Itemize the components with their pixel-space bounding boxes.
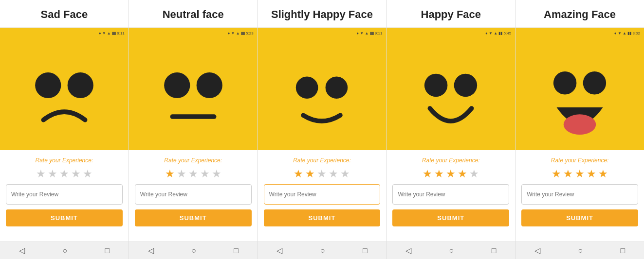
status-icons: ● ▼ ▲ ▮▮ 9:11 bbox=[99, 31, 125, 35]
home-nav-icon[interactable]: ○ bbox=[578, 246, 583, 255]
title-happy: Happy Face bbox=[386, 0, 515, 28]
home-nav-icon[interactable]: ○ bbox=[449, 246, 454, 255]
star-5[interactable]: ★ bbox=[598, 168, 608, 180]
title-slightly-happy: Slightly Happy Face bbox=[258, 0, 386, 28]
stars-sad[interactable]: ★★★★★ bbox=[36, 168, 92, 180]
star-2[interactable]: ★ bbox=[48, 168, 57, 180]
star-3[interactable]: ★ bbox=[317, 168, 327, 180]
star-5[interactable]: ★ bbox=[83, 168, 92, 180]
svg-point-4 bbox=[164, 72, 190, 98]
star-1[interactable]: ★ bbox=[552, 168, 561, 180]
home-nav-icon[interactable]: ○ bbox=[62, 246, 67, 255]
status-bar-happy: ● ▼ ▲ ▮▮ 5:45 bbox=[386, 28, 515, 38]
review-area-amazing: Rate your Experience:★★★★★SUBMIT bbox=[515, 150, 644, 242]
svg-point-16 bbox=[564, 114, 596, 135]
svg-rect-7 bbox=[276, 48, 368, 140]
star-5[interactable]: ★ bbox=[212, 168, 221, 180]
face-area-neutral bbox=[129, 38, 258, 150]
svg-rect-3 bbox=[147, 48, 239, 140]
star-1[interactable]: ★ bbox=[36, 168, 46, 180]
star-4[interactable]: ★ bbox=[200, 168, 210, 180]
nav-bar-happy: ◁○□ bbox=[386, 242, 515, 259]
review-input-slightly-happy[interactable] bbox=[264, 184, 381, 205]
submit-button-sad[interactable]: SUBMIT bbox=[6, 209, 123, 226]
star-4[interactable]: ★ bbox=[458, 168, 467, 180]
phone-screen-neutral: ● ▼ ▲ ▮▮ 5:23 Rate your Experience:★★★★★… bbox=[129, 28, 258, 259]
review-input-sad[interactable] bbox=[6, 184, 123, 205]
submit-button-happy[interactable]: SUBMIT bbox=[392, 209, 509, 226]
review-area-neutral: Rate your Experience:★★★★★SUBMIT bbox=[129, 150, 258, 242]
title-sad: Sad Face bbox=[0, 0, 129, 28]
svg-rect-10 bbox=[405, 48, 497, 140]
star-3[interactable]: ★ bbox=[575, 168, 585, 180]
submit-button-neutral[interactable]: SUBMIT bbox=[135, 209, 252, 226]
status-bar-sad: ● ▼ ▲ ▮▮ 9:11 bbox=[0, 28, 129, 38]
phone-screen-slightly-happy: ● ▼ ▲ ▮▮ 9:11 Rate your Experience:★★★★★… bbox=[258, 28, 386, 259]
review-area-sad: Rate your Experience:★★★★★SUBMIT bbox=[0, 150, 129, 242]
star-3[interactable]: ★ bbox=[59, 168, 69, 180]
title-amazing: Amazing Face bbox=[515, 0, 644, 28]
star-1[interactable]: ★ bbox=[423, 168, 432, 180]
stars-amazing[interactable]: ★★★★★ bbox=[552, 168, 608, 180]
face-area-amazing bbox=[515, 38, 644, 150]
rate-label-neutral: Rate your Experience: bbox=[164, 157, 222, 164]
column-happy: Happy Face● ▼ ▲ ▮▮ 5:45 Rate your Experi… bbox=[386, 0, 515, 259]
star-2[interactable]: ★ bbox=[563, 168, 573, 180]
star-1[interactable]: ★ bbox=[294, 168, 303, 180]
face-area-happy bbox=[386, 38, 515, 150]
review-input-amazing[interactable] bbox=[521, 184, 638, 205]
submit-button-slightly-happy[interactable]: SUBMIT bbox=[264, 209, 381, 226]
svg-rect-0 bbox=[18, 48, 110, 140]
star-4[interactable]: ★ bbox=[329, 168, 338, 180]
star-3[interactable]: ★ bbox=[446, 168, 456, 180]
face-area-slightly-happy bbox=[258, 38, 386, 150]
home-nav-icon[interactable]: ○ bbox=[191, 246, 196, 255]
submit-button-amazing[interactable]: SUBMIT bbox=[521, 209, 638, 226]
back-nav-icon[interactable]: ◁ bbox=[405, 246, 411, 255]
recents-nav-icon[interactable]: □ bbox=[234, 246, 239, 255]
star-3[interactable]: ★ bbox=[188, 168, 198, 180]
recents-nav-icon[interactable]: □ bbox=[621, 246, 626, 255]
back-nav-icon[interactable]: ◁ bbox=[534, 246, 540, 255]
review-input-neutral[interactable] bbox=[135, 184, 252, 205]
rate-label-sad: Rate your Experience: bbox=[36, 157, 93, 164]
column-slightly-happy: Slightly Happy Face● ▼ ▲ ▮▮ 9:11 Rate yo… bbox=[258, 0, 387, 259]
star-1[interactable]: ★ bbox=[165, 168, 175, 180]
rate-label-amazing: Rate your Experience: bbox=[551, 157, 609, 164]
nav-bar-sad: ◁○□ bbox=[0, 242, 129, 259]
stars-slightly-happy[interactable]: ★★★★★ bbox=[294, 168, 350, 180]
rate-label-slightly-happy: Rate your Experience: bbox=[293, 157, 351, 164]
back-nav-icon[interactable]: ◁ bbox=[148, 246, 154, 255]
title-neutral: Neutral face bbox=[129, 0, 258, 28]
status-bar-amazing: ● ▼ ▲ ▮▮ 3:02 bbox=[515, 28, 644, 38]
review-area-happy: Rate your Experience:★★★★★SUBMIT bbox=[386, 150, 515, 242]
svg-point-1 bbox=[35, 72, 61, 98]
phone-screen-sad: ● ▼ ▲ ▮▮ 9:11 Rate your Experience:★★★★★… bbox=[0, 28, 129, 259]
home-nav-icon[interactable]: ○ bbox=[320, 246, 325, 255]
recents-nav-icon[interactable]: □ bbox=[363, 246, 368, 255]
status-bar-slightly-happy: ● ▼ ▲ ▮▮ 9:11 bbox=[258, 28, 386, 38]
back-nav-icon[interactable]: ◁ bbox=[276, 246, 282, 255]
status-bar-neutral: ● ▼ ▲ ▮▮ 5:23 bbox=[129, 28, 258, 38]
column-sad: Sad Face● ▼ ▲ ▮▮ 9:11 Rate your Experien… bbox=[0, 0, 129, 259]
recents-nav-icon[interactable]: □ bbox=[105, 246, 110, 255]
stars-neutral[interactable]: ★★★★★ bbox=[165, 168, 221, 180]
star-5[interactable]: ★ bbox=[340, 168, 350, 180]
face-area-sad bbox=[0, 38, 129, 150]
main-container: Sad Face● ▼ ▲ ▮▮ 9:11 Rate your Experien… bbox=[0, 0, 644, 259]
column-neutral: Neutral face● ▼ ▲ ▮▮ 5:23 Rate your Expe… bbox=[129, 0, 258, 259]
star-4[interactable]: ★ bbox=[71, 168, 81, 180]
svg-point-2 bbox=[68, 72, 93, 98]
status-icons: ● ▼ ▲ ▮▮ 3:02 bbox=[614, 31, 640, 35]
review-input-happy[interactable] bbox=[392, 184, 509, 205]
star-5[interactable]: ★ bbox=[469, 168, 479, 180]
phone-screen-happy: ● ▼ ▲ ▮▮ 5:45 Rate your Experience:★★★★★… bbox=[386, 28, 515, 259]
star-2[interactable]: ★ bbox=[305, 168, 315, 180]
recents-nav-icon[interactable]: □ bbox=[492, 246, 497, 255]
star-2[interactable]: ★ bbox=[177, 168, 186, 180]
stars-happy[interactable]: ★★★★★ bbox=[423, 168, 479, 180]
review-area-slightly-happy: Rate your Experience:★★★★★SUBMIT bbox=[258, 150, 386, 242]
star-2[interactable]: ★ bbox=[434, 168, 444, 180]
back-nav-icon[interactable]: ◁ bbox=[19, 246, 25, 255]
star-4[interactable]: ★ bbox=[587, 168, 596, 180]
